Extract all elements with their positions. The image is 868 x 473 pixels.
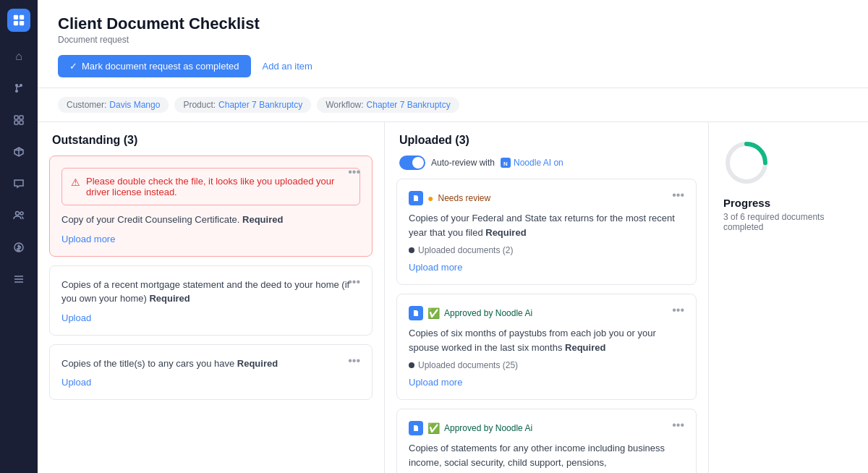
item-2-menu-button[interactable]: ••• xyxy=(345,275,363,289)
item-3-menu-button[interactable]: ••• xyxy=(345,354,363,368)
puzzle-icon[interactable] xyxy=(6,107,32,133)
file-icon-3 xyxy=(409,421,423,435)
progress-subtitle: 3 of 6 required documents completed xyxy=(723,212,854,232)
outstanding-column: Outstanding (3) ••• ⚠ Please double chec… xyxy=(38,122,385,473)
auto-review-label: Auto-review with xyxy=(431,158,495,168)
home-icon[interactable]: ⌂ xyxy=(6,43,32,69)
workflow-value[interactable]: Chapter 7 Bankruptcy xyxy=(367,100,451,110)
svg-rect-9 xyxy=(14,121,18,124)
svg-rect-2 xyxy=(14,21,18,25)
error-text-1: Please double check the file, it looks l… xyxy=(86,176,351,197)
uitem-1-menu-button[interactable]: ••• xyxy=(669,188,687,203)
item-1-required: Required xyxy=(242,214,283,225)
uitem-3-text: Copies of statements for any other incom… xyxy=(409,441,684,469)
error-banner-1: ⚠ Please double check the file, it looks… xyxy=(61,168,360,205)
uploaded-item-2: ••• ✅ Approved by Noodle Ai Copies of si… xyxy=(396,294,697,400)
customer-filter: Customer: Davis Mango xyxy=(58,97,169,113)
progress-title: Progress xyxy=(723,197,854,209)
noodle-badge: N Noodle AI on xyxy=(501,158,563,168)
uitem-3-status: Approved by Noodle Ai xyxy=(444,423,532,433)
outstanding-item-3: ••• Copies of the title(s) to any cars y… xyxy=(49,344,373,401)
uitem-2-text: Copies of six months of paystubs from ea… xyxy=(409,326,684,354)
uitem-1-required: Required xyxy=(485,227,526,238)
svg-rect-10 xyxy=(20,121,23,124)
header-actions: ✓ Mark document request as completed Add… xyxy=(58,55,848,77)
meta-dot-2 xyxy=(409,362,414,368)
progress-column: Progress 3 of 6 required documents compl… xyxy=(709,122,868,473)
uitem-2-required: Required xyxy=(565,342,605,353)
product-value[interactable]: Chapter 7 Bankruptcy xyxy=(218,100,302,110)
uitem-1-text: Copies of your Federal and State tax ret… xyxy=(409,211,684,239)
outstanding-item-1: ••• ⚠ Please double check the file, it l… xyxy=(49,155,373,257)
product-filter: Product: Chapter 7 Bankruptcy xyxy=(174,97,311,113)
page-subtitle: Document request xyxy=(58,35,848,45)
item-2-upload-link[interactable]: Upload xyxy=(61,312,91,323)
needs-review-icon: ● xyxy=(427,192,433,204)
progress-donut xyxy=(723,140,770,186)
git-branch-icon[interactable] xyxy=(6,75,32,101)
svg-rect-1 xyxy=(20,15,24,20)
svg-rect-7 xyxy=(14,116,18,119)
uitem-1-upload-link[interactable]: Upload more xyxy=(409,262,462,273)
workflow-label: Workflow: xyxy=(326,100,363,110)
svg-rect-8 xyxy=(20,116,23,119)
svg-point-11 xyxy=(16,212,20,216)
sidebar: ⌂ xyxy=(0,0,38,473)
dollar-icon[interactable] xyxy=(6,234,32,260)
uitem-2-meta: Uploaded documents (25) xyxy=(409,360,684,370)
mark-completed-button[interactable]: ✓ Mark document request as completed xyxy=(58,55,251,77)
check-icon: ✓ xyxy=(69,61,77,72)
item-3-required: Required xyxy=(237,358,278,369)
item-1-upload-link[interactable]: Upload more xyxy=(61,234,115,244)
item-3-upload-link[interactable]: Upload xyxy=(61,377,91,388)
meta-dot-1 xyxy=(409,247,414,253)
svg-rect-0 xyxy=(14,15,18,20)
outstanding-items: ••• ⚠ Please double check the file, it l… xyxy=(38,155,384,473)
item-2-text: Copies of a recent mortgage statement an… xyxy=(61,278,360,306)
outstanding-item-2: ••• Copies of a recent mortgage statemen… xyxy=(49,265,373,336)
uitem-2-status: Approved by Noodle Ai xyxy=(444,308,532,318)
item-3-text: Copies of the title(s) to any cars you h… xyxy=(61,357,360,371)
noodle-icon: N xyxy=(501,158,511,168)
uitem-3-menu-button[interactable]: ••• xyxy=(669,418,687,432)
workflow-filter: Workflow: Chapter 7 Bankruptcy xyxy=(317,97,459,113)
item-2-required: Required xyxy=(149,293,190,304)
header: Client Document Checklist Document reque… xyxy=(38,0,868,88)
approved-icon-3: ✅ xyxy=(427,422,440,434)
app-logo[interactable] xyxy=(7,9,30,32)
uploaded-items: ••• ● Needs review Copies of your Federa… xyxy=(385,179,708,473)
customer-value[interactable]: Davis Mango xyxy=(109,100,160,110)
file-icon-2 xyxy=(409,306,423,320)
outstanding-header: Outstanding (3) xyxy=(38,122,384,155)
uitem-2-upload-link[interactable]: Upload more xyxy=(409,377,462,388)
users-icon[interactable] xyxy=(6,203,32,229)
uploaded-header: Uploaded (3) xyxy=(385,122,708,155)
item-1-menu-button[interactable]: ••• xyxy=(345,165,363,179)
uploaded-column: Uploaded (3) Auto-review with N Noodle A… xyxy=(385,122,709,473)
product-label: Product: xyxy=(183,100,216,110)
svg-text:N: N xyxy=(503,161,508,167)
mark-completed-label: Mark document request as completed xyxy=(82,61,239,72)
item-1-text: Copy of your Credit Counseling Certifica… xyxy=(61,213,360,227)
filter-bar: Customer: Davis Mango Product: Chapter 7… xyxy=(38,88,868,122)
uitem-2-menu-button[interactable]: ••• xyxy=(669,303,687,318)
chat-icon[interactable] xyxy=(6,171,32,197)
approved-icon-2: ✅ xyxy=(427,307,440,319)
uitem-1-meta: Uploaded documents (2) xyxy=(409,245,684,255)
add-item-button[interactable]: Add an item xyxy=(263,61,312,72)
uitem-1-status: Needs review xyxy=(438,193,490,203)
stack-icon[interactable] xyxy=(6,266,32,292)
uploaded-item-1: ••• ● Needs review Copies of your Federa… xyxy=(396,179,697,285)
main-content: Client Document Checklist Document reque… xyxy=(38,0,868,473)
cube-icon[interactable] xyxy=(6,139,32,165)
svg-point-5 xyxy=(15,90,18,93)
error-icon-1: ⚠ xyxy=(71,176,80,188)
file-icon-1 xyxy=(409,191,423,205)
uploaded-item-3: ••• ✅ Approved by Noodle Ai Copies of st… xyxy=(396,409,697,473)
noodle-ai-label: Noodle AI on xyxy=(514,158,563,168)
svg-rect-3 xyxy=(20,21,24,25)
page-title: Client Document Checklist xyxy=(58,14,848,33)
auto-review-toggle[interactable] xyxy=(399,155,425,170)
columns: Outstanding (3) ••• ⚠ Please double chec… xyxy=(38,122,868,473)
uploaded-subheader: Auto-review with N Noodle AI on xyxy=(385,155,708,179)
